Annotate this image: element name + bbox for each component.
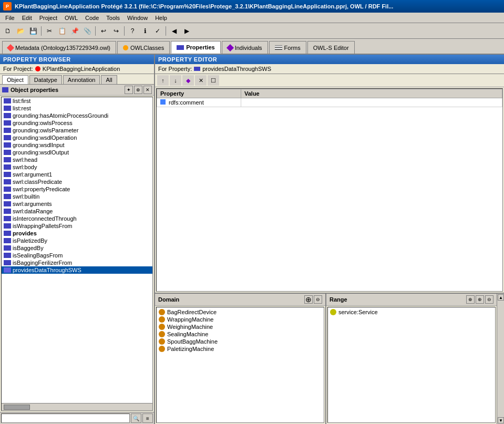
tree-scroll[interactable]: list:first list:rest grounding:hasAtomic… <box>2 97 152 403</box>
prop-move-up-btn[interactable]: ↑ <box>157 75 169 86</box>
table-row[interactable]: rdfs:comment <box>157 98 502 107</box>
tab-properties[interactable]: Properties <box>171 41 220 54</box>
toolbar-open[interactable]: 📂 <box>15 25 26 37</box>
delete-property-btn[interactable]: ✕ <box>143 86 152 94</box>
tree-item[interactable]: isBaggedBy <box>2 244 152 252</box>
tab-individuals[interactable]: Individuals <box>222 41 268 54</box>
toolbar-undo[interactable]: ↩ <box>98 25 109 37</box>
tree-item[interactable]: grounding:wsdlInput <box>2 141 152 149</box>
tree-item[interactable]: isBaggingFerilizerFrom <box>2 259 152 266</box>
tree-item[interactable]: grounding:owlsProcess <box>2 119 152 127</box>
tab-owlclasses-label: OWLClasses <box>130 45 164 51</box>
domain-actions: ⊕ ⊖ <box>304 295 322 304</box>
scrollbar-track <box>497 301 504 417</box>
add-sub-property-btn[interactable]: ⊕ <box>134 86 142 94</box>
h-scrollbar[interactable] <box>2 403 152 410</box>
tree-item-icon <box>4 120 11 126</box>
tree-item[interactable]: swrl:classPredicate <box>2 178 152 185</box>
prop-diamond-btn[interactable]: ◆ <box>182 75 194 86</box>
menu-project[interactable]: Project <box>36 14 60 22</box>
tree-item[interactable]: isSealingBagsFrom <box>2 252 152 259</box>
add-property-btn[interactable]: ✦ <box>125 86 133 94</box>
toolbar-new[interactable]: 🗋 <box>2 25 14 37</box>
toolbar-check[interactable]: ✓ <box>152 25 163 37</box>
tab-owlclasses[interactable]: OWLClasses <box>117 41 170 54</box>
tree-item[interactable]: isWrappingPalletsFrom <box>2 222 152 230</box>
tree-item-icon <box>4 253 11 258</box>
toolbar-info[interactable]: ℹ <box>139 25 151 37</box>
range-class-icon <box>330 309 336 315</box>
tree-item[interactable]: swrl:body <box>2 163 152 171</box>
domain-item[interactable]: SealingMachine <box>158 330 323 338</box>
menu-help[interactable]: Help <box>152 14 170 22</box>
prop-move-down-btn[interactable]: ↓ <box>170 75 181 86</box>
menu-tools[interactable]: Tools <box>103 14 123 22</box>
range-add2-btn[interactable]: ⊕ <box>476 295 484 304</box>
tree-item[interactable]: swrl:dataRange <box>2 208 152 215</box>
tree-item[interactable]: swrl:builtin <box>2 193 152 200</box>
menu-window[interactable]: Window <box>124 14 151 22</box>
tree-item[interactable]: grounding:wsdlOutput <box>2 149 152 156</box>
toolbar-paste[interactable]: 📌 <box>69 25 80 37</box>
toolbar-cut[interactable]: ✂ <box>44 25 55 37</box>
toolbar-paste2[interactable]: 📎 <box>81 25 93 37</box>
tab-forms[interactable]: Forms <box>269 41 306 54</box>
range-scrollbar[interactable]: ▲ ▼ <box>497 294 504 424</box>
tree-item[interactable]: swrl:head <box>2 156 152 163</box>
tree-item-icon <box>4 267 11 273</box>
tree-item[interactable]: isInterconnectedThrough <box>2 215 152 222</box>
toolbar-copy[interactable]: 📋 <box>56 25 68 37</box>
domain-item[interactable]: SpoutBaggMachine <box>158 338 323 345</box>
toolbar-help[interactable]: ? <box>127 25 138 37</box>
tree-item-icon <box>4 98 11 104</box>
menu-code[interactable]: Code <box>82 14 102 22</box>
list-view-btn[interactable]: ≡ <box>142 413 153 423</box>
tab-metadata[interactable]: Metadata (Ontology1357229349.owl) <box>2 41 116 54</box>
domain-item[interactable]: WrappingMachine <box>158 316 323 323</box>
tree-item[interactable]: swrl:propertyPredicate <box>2 185 152 193</box>
menu-owl[interactable]: OWL <box>61 14 81 22</box>
menu-edit[interactable]: Edit <box>19 14 35 22</box>
tree-item[interactable]: isPaletizedBy <box>2 237 152 244</box>
scrollbar-up-btn[interactable]: ▲ <box>498 294 504 301</box>
tree-item[interactable]: grounding:owlsParameter <box>2 127 152 134</box>
domain-item[interactable]: PaletizingMachine <box>158 345 323 353</box>
sub-tab-annotation[interactable]: Annotation <box>63 75 100 84</box>
toolbar-sep2 <box>95 26 96 36</box>
search-btn[interactable]: 🔍 <box>131 413 141 423</box>
toolbar-forward[interactable]: ▶ <box>181 25 192 37</box>
sub-tab-all[interactable]: All <box>101 75 117 84</box>
toolbar-redo[interactable]: ↪ <box>110 25 122 37</box>
search-input[interactable] <box>1 413 130 423</box>
tree-item[interactable]: list:first <box>2 97 152 105</box>
range-add1-btn[interactable]: ⊕ <box>466 295 475 304</box>
range-actions: ⊕ ⊕ ⊖ <box>466 295 493 304</box>
prop-delete-btn[interactable]: ✕ <box>195 75 207 86</box>
tree-item-icon <box>4 216 11 221</box>
prop-checkbox-btn[interactable]: ☐ <box>208 75 219 86</box>
tree-item[interactable]: swrl:arguments <box>2 200 152 208</box>
scrollbar-down-btn[interactable]: ▼ <box>498 417 504 423</box>
object-properties-actions: ✦ ⊕ ✕ <box>125 86 152 94</box>
tree-item[interactable]: swrl:argument1 <box>2 171 152 178</box>
tab-owls-editor[interactable]: OWL-S Editor <box>307 41 355 54</box>
range-label: Range <box>330 296 347 303</box>
sub-tab-datatype[interactable]: Datatype <box>29 75 62 84</box>
for-property-label: For Property: <box>158 66 192 72</box>
tree-item[interactable]: grounding:wsdlOperation <box>2 134 152 141</box>
toolbar-save[interactable]: 💾 <box>27 25 39 37</box>
range-remove-btn[interactable]: ⊖ <box>485 295 493 304</box>
tree-item[interactable]: provides <box>2 230 152 237</box>
domain-item[interactable]: BagRedirectDevice <box>158 308 323 316</box>
tree-item-selected[interactable]: providesDataThroughSWS <box>2 266 152 274</box>
domain-item[interactable]: WeighingMachine <box>158 323 323 330</box>
sub-tab-object[interactable]: Object <box>2 75 28 84</box>
tree-item[interactable]: list:rest <box>2 105 152 112</box>
range-item[interactable]: service:Service <box>329 308 494 316</box>
menu-file[interactable]: File <box>2 14 18 22</box>
bottom-search-bar: 🔍 ≡ <box>0 412 154 424</box>
toolbar-back[interactable]: ◀ <box>168 25 180 37</box>
tree-item[interactable]: grounding:hasAtomicProcessGroundi <box>2 112 152 119</box>
domain-add-btn[interactable]: ⊕ <box>304 295 313 304</box>
domain-remove-btn[interactable]: ⊖ <box>314 295 322 304</box>
